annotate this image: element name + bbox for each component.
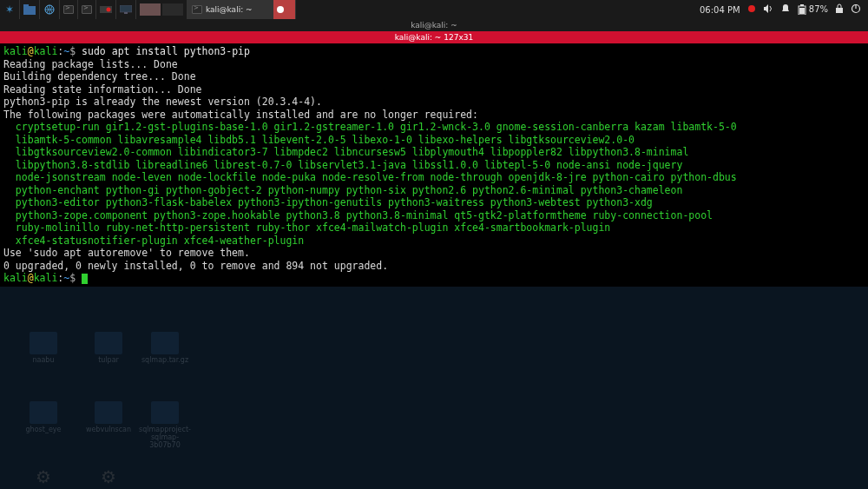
desktop-icon-label: sqlmap.tar.gz	[139, 356, 191, 364]
recording-tray-icon[interactable]	[747, 4, 756, 15]
desktop-icon-sqlmap-tar-gz[interactable]: sqlmap.tar.gz	[139, 332, 191, 364]
svg-rect-10	[799, 8, 805, 14]
top-panel: ✶	[0, 0, 868, 19]
terminal-icon	[82, 5, 92, 14]
folder-icon	[30, 332, 57, 354]
desktop-icon-label: ghost_eye	[17, 426, 69, 433]
desktop-icon-label: naabu	[17, 356, 69, 364]
desktop-icon-naabu[interactable]: naabu	[17, 332, 69, 364]
taskbar-app-terminal[interactable]: kali@kali: ~	[187, 0, 273, 19]
window-thumb-icon	[140, 3, 161, 16]
terminal-outer-title: kali@kali: ~	[411, 21, 457, 30]
terminal-output-line: 0 upgraded, 0 newly installed, 0 to remo…	[3, 260, 865, 273]
terminal-tab-title: kali@kali: ~ 127x31	[395, 33, 473, 42]
workspace-switcher	[136, 3, 187, 16]
clock[interactable]: 06:04 PM	[700, 5, 740, 15]
terminal-output-line: xfce4-statusnotifier-plugin xfce4-weathe…	[3, 235, 865, 248]
terminal-output-line: node-jsonstream node-leven node-lockfile…	[3, 171, 865, 184]
kali-logo-icon: ✶	[3, 3, 16, 16]
show-desktop-button[interactable]	[116, 0, 136, 19]
globe-icon	[43, 3, 56, 16]
power-icon[interactable]	[851, 3, 861, 16]
files-icon	[23, 3, 36, 16]
terminal-icon	[63, 5, 74, 14]
app-menu-button[interactable]: ✶	[0, 0, 20, 19]
taskbar-app-label: kali@kali: ~	[206, 5, 253, 14]
record-icon	[100, 3, 112, 16]
prompt-host: kali	[34, 272, 58, 284]
prompt-symbol: $	[69, 272, 76, 284]
panel-left: ✶	[0, 0, 296, 19]
desktop-icon-blazy[interactable]: ⚙Blazy	[82, 466, 135, 489]
prompt-host: kali	[34, 45, 58, 57]
volume-icon[interactable]	[763, 3, 773, 16]
desktop-icon-wpcracker[interactable]: ⚙WPCracker	[17, 466, 69, 489]
folder-icon	[95, 332, 122, 354]
desktop-icon-label: webvulnscan	[82, 426, 135, 433]
battery-indicator[interactable]: 87%	[798, 4, 828, 15]
terminal-outer-titlebar[interactable]: kali@kali: ~	[0, 19, 868, 31]
svg-rect-1	[23, 4, 29, 8]
launcher-terminal-1[interactable]	[60, 0, 78, 19]
launcher-files[interactable]	[20, 0, 40, 19]
svg-rect-5	[120, 5, 132, 12]
svg-rect-11	[836, 8, 843, 13]
folder-icon	[151, 401, 179, 424]
prompt-at: @	[28, 45, 34, 57]
terminal-body[interactable]: kali@kali:~$ sudo apt install python3-pi…	[0, 43, 868, 287]
terminal-output-line: Reading package lists... Done	[3, 58, 865, 71]
record-active-icon	[277, 6, 284, 13]
terminal-window: kali@kali: ~ kali@kali: ~ 127x31 kali@ka…	[0, 19, 868, 287]
desktop-icon-label: sqlmapproject-sqlmap-3b07b70	[139, 426, 191, 449]
svg-rect-9	[800, 4, 804, 6]
terminal-command: sudo apt install python3-pip	[82, 45, 250, 57]
launcher-terminal-2[interactable]	[78, 0, 96, 19]
folder-icon	[30, 401, 57, 424]
desktop-icon-sqlmapproject-sqlmap-3b07b70[interactable]: sqlmapproject-sqlmap-3b07b70	[139, 401, 191, 449]
prompt-user: kali	[3, 272, 28, 284]
terminal-output-line: python3-zope.component python3-zope.hook…	[3, 209, 865, 222]
terminal-output-line: Reading state information... Done	[3, 83, 865, 96]
terminal-output-line: libamtk-5-common libavresample4 libdb5.1…	[3, 134, 865, 147]
terminal-output-line: python3-pip is already the newest versio…	[3, 96, 865, 109]
terminal-output-line: libpython3.8-stdlib libreadline6 librest…	[3, 159, 865, 172]
terminal-tab-titlebar[interactable]: kali@kali: ~ 127x31	[0, 31, 868, 43]
terminal-output-line: libgtksourceview2.0-common libindicator3…	[3, 146, 865, 159]
workspace-2[interactable]	[162, 3, 183, 16]
terminal-output-line: cryptsetup-run gir1.2-gst-plugins-base-1…	[3, 121, 865, 134]
desktop-icon	[120, 3, 132, 16]
svg-rect-6	[124, 12, 128, 14]
notifications-icon[interactable]	[780, 3, 791, 16]
desktop-icon-tulpar[interactable]: tulpar	[82, 332, 135, 364]
desktop-icon-webvulnscan[interactable]: webvulnscan	[82, 401, 135, 433]
folder-icon	[95, 401, 122, 424]
workspace-1[interactable]	[140, 3, 161, 16]
launcher-browser[interactable]	[40, 0, 60, 19]
terminal-output-line: python-enchant python-gi python-gobject-…	[3, 184, 865, 197]
gear-icon: ⚙	[98, 466, 119, 487]
desktop-icon-label: tulpar	[82, 356, 135, 364]
gear-icon: ⚙	[33, 466, 54, 487]
lock-icon[interactable]	[835, 3, 844, 16]
prompt-user: kali	[3, 45, 28, 57]
terminal-cursor	[82, 274, 88, 284]
prompt-symbol: $	[69, 45, 76, 57]
taskbar-app-recorder[interactable]	[273, 0, 296, 19]
terminal-output-line: The following packages were automaticall…	[3, 109, 865, 122]
terminal-icon	[192, 5, 202, 14]
terminal-output-line: ruby-molinillo ruby-net-http-persistent …	[3, 221, 865, 235]
folder-icon	[151, 332, 179, 354]
terminal-output-line: Use 'sudo apt autoremove' to remove them…	[3, 247, 865, 260]
terminal-output-line: Building dependency tree... Done	[3, 70, 865, 83]
terminal-output-line: python3-editor python3-flask-babelex pyt…	[3, 196, 865, 209]
launcher-recorder[interactable]	[96, 0, 116, 19]
svg-point-7	[748, 5, 755, 12]
svg-point-4	[107, 8, 111, 12]
panel-right: 06:04 PM 87%	[700, 0, 868, 19]
desktop-icon-ghost-eye[interactable]: ghost_eye	[17, 401, 69, 433]
battery-percent: 87%	[809, 4, 828, 14]
prompt-at: @	[28, 272, 34, 284]
